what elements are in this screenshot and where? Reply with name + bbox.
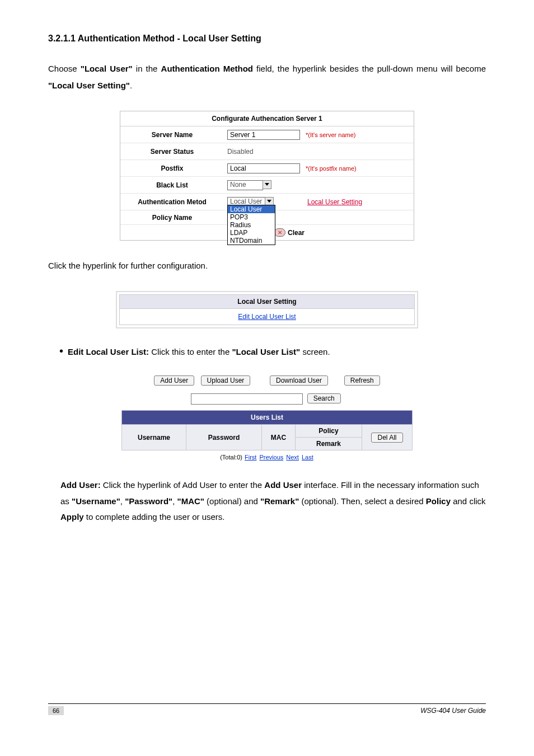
bold: "MAC" bbox=[177, 496, 204, 506]
pager: (Total:0) First Previous Next Last bbox=[121, 454, 413, 461]
col-mac: MAC bbox=[262, 425, 296, 450]
label-policy-name: Policy Name bbox=[120, 212, 224, 224]
chevron-down-icon[interactable] bbox=[263, 180, 271, 189]
table-title: Users List bbox=[122, 411, 413, 425]
local-user-setting-link[interactable]: Local User Setting bbox=[307, 198, 362, 206]
dropdown-option[interactable]: Radius bbox=[228, 221, 275, 229]
users-toolbar: Add User Upload User Download User Refre… bbox=[121, 375, 413, 386]
pager-first[interactable]: First bbox=[245, 454, 256, 461]
bullet-edit-local-user-list: • Edit Local User List: Click this to en… bbox=[59, 345, 486, 359]
page-footer: 66 WSG-404 User Guide bbox=[48, 703, 486, 715]
row-server-name: Server Name Server 1 *(It's server name) bbox=[120, 126, 414, 143]
bold: "Password" bbox=[125, 496, 172, 506]
bullet-icon: • bbox=[59, 345, 63, 359]
edit-local-user-list-link[interactable]: Edit Local User List bbox=[238, 313, 296, 321]
clear-button-label: Clear bbox=[288, 229, 305, 237]
frag: Click the hyperlink of Add User to enter… bbox=[101, 480, 265, 490]
add-user-button[interactable]: Add User bbox=[154, 375, 194, 386]
col-username: Username bbox=[122, 425, 186, 450]
search-bar: Search bbox=[121, 393, 413, 405]
section-number: 3.2.1.1 bbox=[48, 34, 76, 43]
search-button[interactable]: Search bbox=[307, 393, 341, 403]
panel-title: Local User Setting bbox=[120, 295, 414, 309]
row-postfix: Postfix Local *(It's postfix name) bbox=[120, 160, 414, 177]
svg-marker-0 bbox=[265, 183, 269, 186]
del-all-button[interactable]: Del All bbox=[371, 433, 402, 443]
col-policy: Policy bbox=[296, 425, 362, 438]
users-list-panel: Add User Upload User Download User Refre… bbox=[121, 375, 413, 461]
dropdown-option[interactable]: Local User bbox=[228, 205, 275, 213]
pager-next[interactable]: Next bbox=[286, 454, 299, 461]
upload-user-button[interactable]: Upload User bbox=[201, 375, 251, 386]
frag: , bbox=[172, 496, 177, 506]
panel-title: Configurate Authencation Server 1 bbox=[120, 111, 414, 126]
blacklist-select[interactable]: None bbox=[227, 180, 263, 190]
server-name-note: *(It's server name) bbox=[306, 132, 356, 138]
frag: to complete adding the user or users. bbox=[84, 512, 225, 522]
frag: (optional). Then, select a desired bbox=[299, 496, 426, 506]
frag: and click bbox=[451, 496, 486, 506]
download-user-button[interactable]: Download User bbox=[270, 375, 328, 386]
label-postfix: Postfix bbox=[120, 162, 224, 175]
postfix-input[interactable]: Local bbox=[227, 163, 300, 173]
dropdown-option[interactable]: NTDomain bbox=[228, 237, 275, 245]
refresh-button[interactable]: Refresh bbox=[344, 375, 380, 386]
add-user-paragraph: Add User: Click the hyperlink of Add Use… bbox=[60, 477, 486, 525]
guide-name: WSG-404 User Guide bbox=[420, 707, 486, 715]
clear-button[interactable]: ✕ Clear bbox=[274, 228, 305, 237]
auth-server-config-panel: Configurate Authencation Server 1 Server… bbox=[120, 111, 414, 241]
mid-paragraph: Click the hyperlink for further configur… bbox=[48, 257, 486, 274]
local-user-setting-panel: Local User Setting Edit Local User List bbox=[116, 291, 418, 328]
intro-frag: field, the hyperlink besides the pull-do… bbox=[253, 64, 486, 73]
pager-previous[interactable]: Previous bbox=[259, 454, 283, 461]
intro-frag: in the bbox=[133, 64, 161, 73]
intro-bold: Authentication Method bbox=[161, 64, 253, 73]
postfix-note: *(It's postfix name) bbox=[306, 165, 357, 172]
server-name-input[interactable]: Server 1 bbox=[227, 130, 300, 140]
bullet-lead: Edit Local User List: bbox=[68, 347, 149, 356]
row-blacklist: Black List None bbox=[120, 177, 414, 194]
server-status-value: Disabled bbox=[227, 148, 254, 156]
bullet-bold: "Local User List" bbox=[232, 347, 300, 356]
frag: (optional) and bbox=[204, 496, 260, 506]
intro-frag: Choose bbox=[48, 64, 81, 73]
frag: , bbox=[120, 496, 125, 506]
close-icon: ✕ bbox=[274, 228, 285, 237]
label-server-name: Server Name bbox=[120, 129, 224, 141]
intro-bold: "Local User" bbox=[81, 64, 133, 73]
label-server-status: Server Status bbox=[120, 145, 224, 158]
intro-paragraph: Choose "Local User" in the Authenticatio… bbox=[48, 60, 486, 94]
pager-total: (Total:0) bbox=[220, 454, 242, 461]
bold: Add User bbox=[264, 480, 302, 490]
svg-marker-1 bbox=[267, 200, 271, 203]
row-server-status: Server Status Disabled bbox=[120, 143, 414, 160]
users-table: Users List Username Password MAC Policy … bbox=[121, 410, 413, 450]
col-remark: Remark bbox=[296, 438, 362, 450]
pager-last[interactable]: Last bbox=[302, 454, 313, 461]
page-number: 66 bbox=[48, 706, 64, 715]
section-title-text: Authentication Method - Local User Setti… bbox=[78, 34, 261, 43]
bold: Policy bbox=[426, 496, 451, 506]
section-heading: 3.2.1.1 Authentication Method - Local Us… bbox=[48, 34, 486, 44]
intro-frag: . bbox=[130, 81, 132, 90]
bold: "Username" bbox=[72, 496, 120, 506]
auth-method-dropdown-list: Local User POP3 Radius LDAP NTDomain bbox=[227, 205, 275, 245]
dropdown-option[interactable]: POP3 bbox=[228, 213, 275, 221]
label-auth-method: Authentication Metod bbox=[120, 196, 224, 208]
intro-bold: "Local User Setting" bbox=[48, 81, 130, 90]
label-blacklist: Black List bbox=[120, 179, 224, 191]
bullet-frag: screen. bbox=[300, 347, 330, 356]
row-auth-method: Authentication Metod Local User Local Us… bbox=[120, 194, 414, 210]
bold: "Remark" bbox=[260, 496, 299, 506]
search-input[interactable] bbox=[191, 393, 303, 405]
add-user-lead: Add User: bbox=[60, 480, 101, 490]
dropdown-option[interactable]: LDAP bbox=[228, 229, 275, 237]
col-password: Password bbox=[186, 425, 262, 450]
bold: Apply bbox=[60, 512, 84, 522]
bullet-frag: Click this to enter the bbox=[149, 347, 232, 356]
